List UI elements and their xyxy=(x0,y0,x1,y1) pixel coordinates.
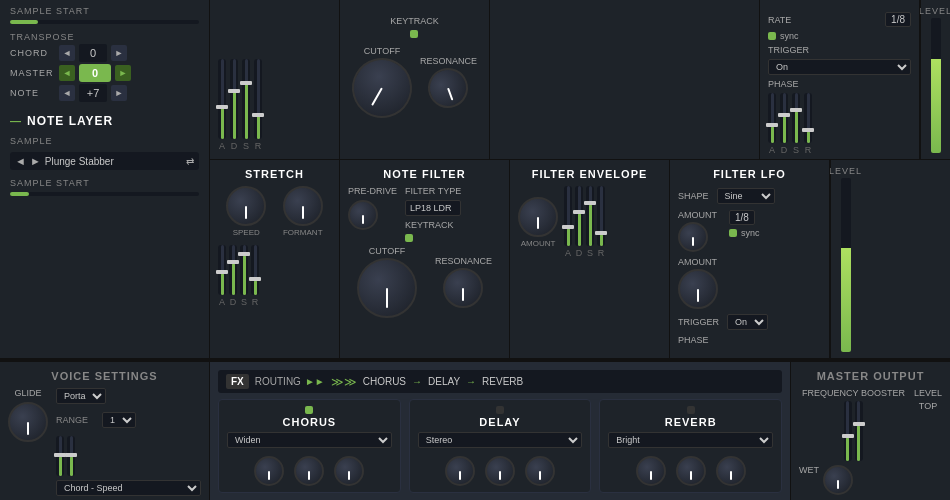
lfo-amount-knob[interactable] xyxy=(678,222,708,252)
stretch-panel: STRETCH SPEED FORMANT xyxy=(210,160,340,358)
sample-start-2-slider[interactable] xyxy=(10,192,199,196)
chorus-knob-1[interactable] xyxy=(254,456,284,486)
shape-dropdown[interactable]: Sine Square Saw xyxy=(717,188,775,204)
porta-dropdown[interactable]: Porta Glide xyxy=(56,388,106,404)
chorus-knob-3[interactable] xyxy=(334,456,364,486)
note-filter-title: NOTE FILTER xyxy=(348,168,501,180)
note-filter-resonance-knob[interactable] xyxy=(443,268,483,308)
freq-boost-fader-2[interactable] xyxy=(855,401,863,461)
lfo-fader-R[interactable]: R xyxy=(804,93,812,155)
pre-drive-knob[interactable] xyxy=(348,200,378,230)
prev-sample-btn[interactable]: ◄ xyxy=(15,155,26,167)
sync-label-top: sync xyxy=(780,31,799,41)
env-fader-A[interactable]: A xyxy=(564,186,572,258)
voice-fader-2[interactable] xyxy=(67,436,75,476)
top-adsr-panel: A D xyxy=(210,0,340,159)
fx-section: FX ROUTING ►► ≫≫ CHORUS → DELAY → REVERB xyxy=(210,362,790,500)
sample-start-slider[interactable] xyxy=(10,20,199,24)
cutoff-knob[interactable] xyxy=(341,47,423,129)
reverb-title: REVERB xyxy=(608,416,773,428)
stretch-fader-A[interactable]: A xyxy=(218,245,226,307)
next-sample-btn[interactable]: ► xyxy=(30,155,41,167)
filter-env-title: FILTER ENVELOPE xyxy=(518,168,661,180)
top-spacer-panel xyxy=(490,0,760,159)
chorus-led[interactable] xyxy=(305,406,313,414)
trigger-dropdown-top[interactable]: On Off xyxy=(768,59,911,75)
reverb-preset[interactable]: Bright xyxy=(608,432,773,448)
lfo-rate-label: AMOUNT xyxy=(678,257,717,267)
stretch-fader-R[interactable]: R xyxy=(251,245,259,307)
note-layer-title: NOTE LAYER xyxy=(27,114,113,128)
fader-D[interactable]: D xyxy=(230,59,238,151)
note-increment[interactable]: ► xyxy=(111,85,127,101)
chorus-preset[interactable]: Widen xyxy=(227,432,392,448)
env-fader-R[interactable]: R xyxy=(597,186,605,258)
lfo-trigger-dropdown[interactable]: On Off xyxy=(727,314,768,330)
shuffle-btn[interactable]: ⇄ xyxy=(186,156,194,167)
keytrack-led[interactable] xyxy=(410,30,418,38)
note-filter-cutoff-knob[interactable] xyxy=(357,258,417,318)
fader-R[interactable]: R xyxy=(254,59,262,151)
wet-knob[interactable] xyxy=(823,465,853,495)
lfo-rate-knob[interactable] xyxy=(678,269,718,309)
stretch-fader-S[interactable]: S xyxy=(240,245,248,307)
arrow-1-icon: → xyxy=(412,376,422,387)
arrow-2-icon: → xyxy=(466,376,476,387)
filter-env-amount-knob[interactable] xyxy=(518,197,558,237)
lfo-fader-S[interactable]: S xyxy=(792,93,800,155)
chord-label: CHORD xyxy=(10,48,55,58)
level-label-bottom: LEVEL xyxy=(829,166,862,176)
note-label: NOTE xyxy=(10,88,55,98)
note-filter-keytrack-led[interactable] xyxy=(405,234,413,242)
filter-type-label: FILTER TYPE xyxy=(405,186,461,196)
delay-led[interactable] xyxy=(496,406,504,414)
shape-label: SHAPE xyxy=(678,191,709,201)
trigger-label-top: TRIGGER xyxy=(768,45,911,55)
glide-label: GLIDE xyxy=(14,388,41,398)
env-fader-D[interactable]: D xyxy=(575,186,583,258)
lfo-top-panel: RATE 1/8 sync TRIGGER On Off PHASE xyxy=(760,0,920,159)
chorus-knob-2[interactable] xyxy=(294,456,324,486)
range-dropdown[interactable]: 1 2 xyxy=(102,412,136,428)
chord-increment[interactable]: ► xyxy=(111,45,127,61)
chord-decrement[interactable]: ◄ xyxy=(59,45,75,61)
delay-preset[interactable]: Stereo xyxy=(418,432,583,448)
reverb-knob-3[interactable] xyxy=(716,456,746,486)
voice-settings-panel: VOICE SETTINGS GLIDE Porta Glide RANGE xyxy=(0,362,210,500)
formant-label: FORMANT xyxy=(283,228,323,237)
env-fader-S[interactable]: S xyxy=(586,186,594,258)
freq-boost-fader-1[interactable] xyxy=(844,401,852,461)
delay-knob-3[interactable] xyxy=(525,456,555,486)
pre-drive-label: PRE-DRIVE xyxy=(348,186,397,196)
lfo-fader-D[interactable]: D xyxy=(780,93,788,155)
glide-knob[interactable] xyxy=(8,402,48,442)
sync-led-top[interactable] xyxy=(768,32,776,40)
fx-routing-bar: FX ROUTING ►► ≫≫ CHORUS → DELAY → REVERB xyxy=(218,370,782,393)
lfo-sync-led[interactable] xyxy=(729,229,737,237)
filter-envelope-panel: FILTER ENVELOPE AMOUNT xyxy=(510,160,670,358)
fader-S[interactable]: S xyxy=(242,59,250,151)
chord-speed-dropdown[interactable]: Chord - Speed xyxy=(56,480,201,496)
delay-knob-2[interactable] xyxy=(485,456,515,486)
master-value: 0 xyxy=(79,64,111,82)
reverb-led[interactable] xyxy=(687,406,695,414)
master-decrement[interactable]: ◄ xyxy=(59,65,75,81)
level-label-top: LEVEL xyxy=(919,6,950,16)
lfo-fader-A[interactable]: A xyxy=(768,93,776,155)
note-layer-dash: — xyxy=(10,115,21,127)
stretch-fader-D[interactable]: D xyxy=(229,245,237,307)
voice-fader-1[interactable] xyxy=(56,436,64,476)
transpose-label: TRANSPOSE xyxy=(10,32,199,42)
note-decrement[interactable]: ◄ xyxy=(59,85,75,101)
fader-A[interactable]: A xyxy=(218,59,226,151)
routing-label: ROUTING xyxy=(255,376,301,387)
resonance-knob[interactable] xyxy=(423,62,474,113)
master-increment[interactable]: ► xyxy=(115,65,131,81)
reverb-knob-2[interactable] xyxy=(676,456,706,486)
reverb-knob-1[interactable] xyxy=(636,456,666,486)
formant-knob[interactable] xyxy=(283,186,323,226)
filter-type-dropdown[interactable]: LP18 LDR HP12 BP12 xyxy=(405,200,461,216)
delay-knob-1[interactable] xyxy=(445,456,475,486)
sample-selector[interactable]: ◄ ► Plunge Stabber ⇄ xyxy=(10,152,199,170)
speed-knob[interactable] xyxy=(226,186,266,226)
